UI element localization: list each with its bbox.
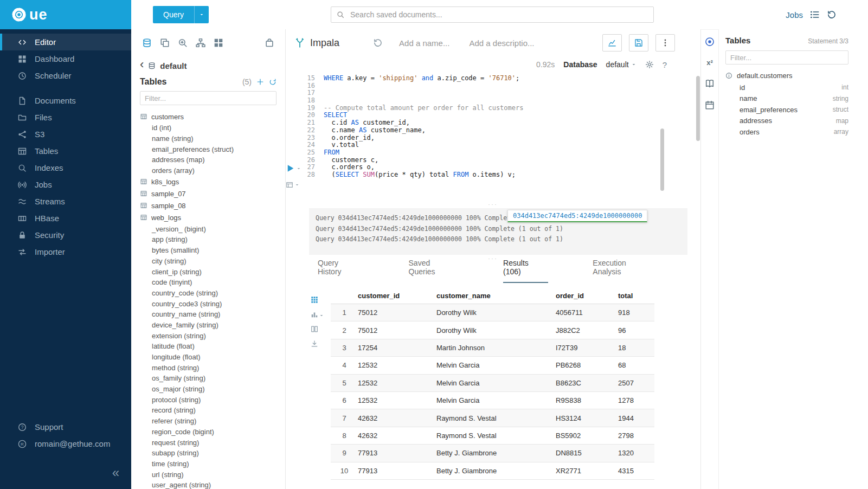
back-chevron-icon[interactable]: ‹ [140,59,144,70]
tree-column[interactable]: time (string) [140,459,285,469]
tree-column[interactable]: id (int) [140,123,285,133]
table-row[interactable]: 175012Dorothy Wilk4056711918 [331,304,654,321]
tree-column[interactable]: country_code3 (string) [140,298,285,309]
chart-button[interactable] [602,34,622,52]
sidebar-item-files[interactable]: Files [0,109,131,126]
tree-column[interactable]: code (tinyint) [140,277,285,288]
tab-saved-queries[interactable]: Saved Queries [409,259,459,283]
settings-gear-icon[interactable] [645,60,654,69]
tree-column[interactable]: url (string) [140,469,285,480]
right-filter-input[interactable] [725,50,848,65]
code-line[interactable]: WHERE a.key = 'shipping' and a.zip_code … [324,75,700,82]
tree-table-sample_07[interactable]: sample_07 [140,188,285,200]
help-icon[interactable]: ? [663,60,667,69]
code-content[interactable]: WHERE a.key = 'shipping' and a.zip_code … [319,73,700,201]
collapse-sidebar-button[interactable]: « [112,466,119,479]
format-icon[interactable] [286,181,293,189]
code-line[interactable]: c.name AS customer_name, [324,127,700,134]
tree-column[interactable]: country_name (string) [140,309,285,320]
tree-column[interactable]: latitude (float) [140,341,285,352]
column-header-customer-id[interactable]: customer_id [355,292,434,300]
active-table-row[interactable]: default.customers [725,72,848,80]
sidebar-item-scheduler[interactable]: Scheduler [0,67,131,84]
column-header-total[interactable]: total [615,292,654,300]
tree-column[interactable]: city (string) [140,256,285,267]
history-icon[interactable] [827,10,837,20]
table-row[interactable]: 412532Melvin GarciaPB626868 [331,357,654,374]
panel-scrollbar[interactable] [696,76,700,141]
sitemap-icon[interactable] [196,38,205,48]
table-row[interactable]: 1077913Betty J. GiambroneXR27714315 [331,462,654,480]
jobs-list-icon[interactable] [810,10,820,20]
code-line[interactable]: c.orders o, [324,164,700,171]
code-line[interactable]: (SELECT SUM(price * qty) total FROM o.it… [324,171,700,179]
book-icon[interactable] [705,79,715,88]
tree-column[interactable]: region_code (bigint) [140,427,285,437]
format-caret-icon[interactable] [294,182,300,188]
tree-column[interactable]: name (string) [140,133,285,144]
sidebar-item-editor[interactable]: Editor [0,34,131,50]
grid9-icon[interactable] [311,296,324,304]
tree-column[interactable]: os_major (string) [140,384,285,395]
table-filter-input[interactable] [140,91,277,105]
tree-table-customers[interactable]: customers [140,111,285,123]
more-actions-button[interactable] [655,34,675,52]
tree-column[interactable]: subapp (string) [140,448,285,459]
query-description-field[interactable]: Add a descriptio... [469,38,534,48]
query-history-icon[interactable] [373,38,383,48]
sidebar-item-hbase[interactable]: HBase [0,210,131,227]
table-row[interactable]: 612532Melvin GarciaR9S8381278 [331,392,654,409]
tree-column[interactable]: _version_ (bigint) [140,223,285,234]
code-line[interactable]: SELECT [324,112,700,119]
column-header-order-id[interactable]: order_id [553,292,615,300]
code-line[interactable]: v.total [324,141,700,149]
search-input[interactable] [349,10,648,20]
table-row[interactable]: 742632Raymond S. VestalHS31241944 [331,409,654,427]
query-id-popup[interactable]: 034d413ec7474ed5:4249de1000000000 [507,210,647,222]
tree-column[interactable]: method (string) [140,362,285,373]
assistant-icon[interactable] [705,37,715,47]
code-line[interactable]: o.order_id, [324,134,700,142]
sidebar-item-security[interactable]: Security [0,227,131,243]
table-row[interactable]: 512532Melvin GarciaB8623C2507 [331,375,654,392]
zoom-icon[interactable] [178,38,188,48]
tree-column[interactable]: request (string) [140,437,285,448]
tree-table-web_logs[interactable]: web_logs [140,211,285,223]
calendar-icon[interactable] [705,100,715,110]
code-editor[interactable]: 1516171819202122232425262728 WHERE a.key… [286,73,700,201]
tree-column[interactable]: device_family (string) [140,320,285,331]
tree-column[interactable]: bytes (smallint) [140,245,285,256]
save-button[interactable] [629,34,648,52]
tree-column[interactable]: os_family (string) [140,373,285,384]
add-table-icon[interactable] [256,78,264,86]
sidebar-item-dashboard[interactable]: Dashboard [0,50,131,67]
query-name-field[interactable]: Add a name... [399,38,449,48]
database-select[interactable]: default [606,60,636,69]
refresh-icon[interactable] [269,78,277,86]
bag-icon[interactable] [265,38,274,48]
code-line[interactable]: customers c, [324,157,700,164]
sidebar-item-jobs[interactable]: Jobs [0,176,131,193]
code-line[interactable]: c.id AS customer_id, [324,119,700,127]
jobs-link[interactable]: Jobs [786,10,803,20]
sidebar-item-streams[interactable]: Streams [0,193,131,210]
tree-column[interactable]: country_code (string) [140,288,285,299]
sidebar-item-support[interactable]: ?Support [0,419,131,435]
code-line[interactable] [324,89,700,97]
tree-table-sample_08[interactable]: sample_08 [140,200,285,211]
tab-query-history[interactable]: Query History [318,259,364,283]
tree-column[interactable]: protocol (string) [140,394,285,405]
sidebar-item-romain-gethue-com[interactable]: Rromain@gethue.com [0,435,131,452]
tree-column[interactable]: client_ip (string) [140,266,285,277]
table-row[interactable]: 275012Dorothy WilkJ882C296 [331,321,654,339]
table-row[interactable]: 842632Raymond S. VestalBS59022798 [331,427,654,445]
resize-handle-top[interactable]: ··· [286,201,700,208]
databases-icon[interactable] [142,38,152,48]
tree-column[interactable]: addresses (map) [140,155,285,165]
tab-results-106-[interactable]: Results (106) [503,259,548,283]
sidebar-item-indexes[interactable]: Indexes [0,159,131,176]
tree-column[interactable]: orders (array) [140,165,285,176]
column-header-customer-name[interactable]: customer_name [434,292,553,300]
tree-column[interactable]: user_agent (string) [140,480,285,489]
schema-column-id[interactable]: idint [725,82,848,93]
